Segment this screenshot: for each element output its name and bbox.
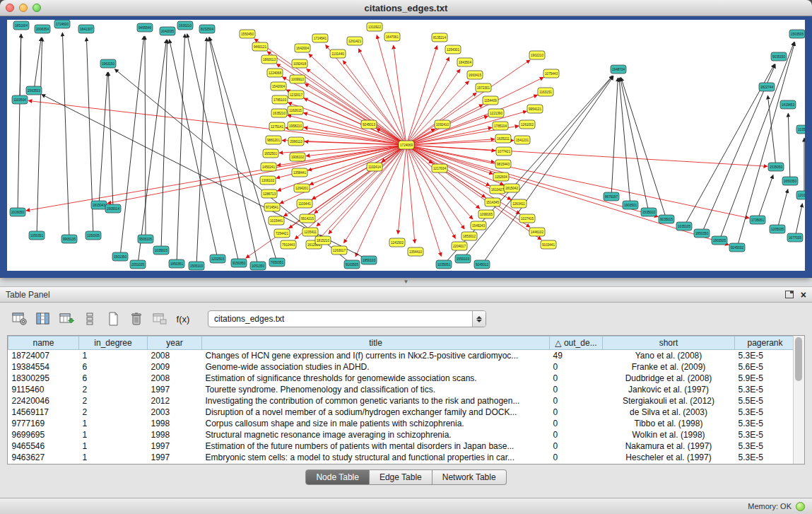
graph-node[interactable]: 1131440 [330,49,346,58]
float-panel-icon[interactable] [785,291,794,298]
table-cell[interactable]: 1 [79,440,148,452]
graph-edge[interactable] [177,34,185,264]
table-cell[interactable]: 9463627 [8,452,79,463]
graph-node[interactable]: 1905014 [105,204,121,213]
graph-edge[interactable] [28,100,406,145]
graph-node[interactable]: 1092418 [292,59,307,68]
graph-node[interactable]: 1635211 [495,134,511,143]
table-row[interactable]: 2242004622012Investigating the contribut… [8,395,796,407]
graph-edge[interactable] [758,175,773,220]
table-settings-button[interactable] [10,310,30,328]
table-cell[interactable]: 0 [550,361,603,373]
graph-node[interactable]: 1841307 [78,25,94,33]
network-window-titlebar[interactable]: citations_edges.txt [0,0,812,16]
graph-node[interactable]: 1822744 [759,83,775,91]
table-cell[interactable]: Estimation of the future numbers of pati… [202,440,550,452]
graph-node[interactable]: 1092410 [435,120,450,129]
table-cell[interactable]: Investigating the contribution of common… [202,395,550,407]
table-cell[interactable]: 0 [550,418,603,429]
network-canvas[interactable]: 1851004200635417246001841307946554620420… [7,20,805,271]
scrollbar-thumb[interactable] [795,337,802,381]
table-row[interactable]: 1872400712008Changes of HCN gene express… [8,350,796,362]
graph-node[interactable]: 1514345 [485,198,500,206]
table-cell[interactable]: 1997 [148,452,202,463]
tab-node-table[interactable]: Node Table [305,469,370,485]
graph-node[interactable]: 1549243 [471,221,486,230]
table-cell[interactable]: 6 [79,373,148,384]
table-cell[interactable]: 19384554 [8,361,79,373]
graph-node[interactable]: 9724541 [264,203,280,211]
graph-node[interactable]: 1550103 [455,255,471,263]
graph-node[interactable]: 1815210 [315,236,331,245]
graph-node[interactable]: 1051350 [250,262,266,270]
graph-node[interactable]: 9460121 [252,42,268,51]
table-cell[interactable]: 2 [79,384,148,395]
table-cell[interactable]: 5.3E-5 [735,429,796,440]
table-row[interactable]: 1938455462009Genome-wide association stu… [8,361,796,373]
column-header-in_degree[interactable]: in_degree [79,337,148,350]
table-cell[interactable]: 0 [550,452,603,463]
graph-node[interactable]: 1903501 [623,201,638,209]
table-cell[interactable]: 1 [79,429,148,440]
table-cell[interactable]: 14569117 [8,407,79,418]
graph-node[interactable]: 1535050 [768,163,784,171]
table-cell[interactable]: Structural magnetic resonance image aver… [202,429,550,440]
graph-node[interactable]: 1275141 [269,122,285,131]
table-cell[interactable]: 49 [550,350,603,362]
graph-node[interactable]: 1903505 [712,236,727,245]
graph-node[interactable]: 1550450 [240,30,255,38]
new-document-button[interactable] [103,310,123,328]
column-header-pagerank[interactable]: pagerank [735,337,796,350]
table-row[interactable]: 1830029562008Estimation of significance … [8,373,796,384]
graph-node[interactable]: 9103441 [541,240,556,249]
table-source-dropdown[interactable]: citations_edges.txt [208,310,486,327]
graph-node[interactable]: 1906102 [290,153,305,161]
graph-edge[interactable] [719,42,794,240]
table-row[interactable]: 946362711997Embryonic stem cells: a mode… [8,452,796,463]
graph-edge[interactable] [406,145,480,209]
table-cell[interactable]: de Silva et al. (2003) [603,407,735,418]
tab-network-table[interactable]: Network Table [433,469,507,485]
graph-node[interactable]: 1815042 [504,184,519,192]
table-cell[interactable]: 1 [79,350,148,362]
graph-edge[interactable] [620,78,649,212]
graph-node[interactable]: 1150305 [86,231,101,240]
table-cell[interactable]: Tourette syndrome. Phenomenology and cla… [202,384,550,395]
graph-edge[interactable] [187,34,239,263]
table-cell[interactable]: 5.6E-5 [735,361,796,373]
table-cell[interactable]: 2008 [148,373,202,384]
graph-node[interactable]: 9815443 [495,160,511,168]
graph-node[interactable]: 1450241 [261,163,276,171]
table-cell[interactable]: 9465546 [8,440,79,452]
table-cell[interactable]: 2012 [148,395,202,407]
graph-node[interactable]: 1075443 [543,69,559,78]
graph-node[interactable]: 1235411 [302,228,318,236]
graph-node[interactable]: 1930210 [177,21,193,30]
graph-node[interactable]: 1541231 [514,136,530,144]
graph-node[interactable]: 1724541 [312,34,328,42]
graph-edge[interactable] [406,145,658,217]
table-cell[interactable]: 9699695 [8,429,79,440]
graph-node[interactable]: 1103441 [297,199,312,208]
column-header-short[interactable]: short [603,337,735,350]
table-cell[interactable]: 6 [79,361,148,373]
table-cell[interactable]: Embryonic stem cells: a model to study s… [202,452,550,463]
graph-node[interactable]: 2042035 [160,27,175,35]
graph-node[interactable]: 8152504 [199,25,215,33]
graph-node[interactable]: 1102414 [367,163,382,171]
graph-node[interactable]: 1724069 [399,141,414,149]
table-cell[interactable]: 0 [550,384,603,395]
table-cell[interactable]: 18724007 [8,350,79,362]
graph-node[interactable]: 2086113 [288,137,304,146]
table-cell[interactable]: Nakamura et al. (1997) [603,440,735,452]
minimize-window-button[interactable] [19,4,28,12]
close-panel-icon[interactable]: × [801,290,806,300]
graph-node[interactable]: 1505103 [189,262,204,270]
graph-node[interactable]: 1254301 [445,45,461,54]
graph-node[interactable]: 1650350 [782,177,798,185]
graph-node[interactable]: 9881201 [266,136,281,144]
table-cell[interactable]: Stergiakouli et al. (2012) [603,395,735,407]
graph-node[interactable]: 1647061 [384,33,400,41]
graph-edge[interactable] [62,33,69,239]
graph-node[interactable]: 1232017 [288,90,304,99]
